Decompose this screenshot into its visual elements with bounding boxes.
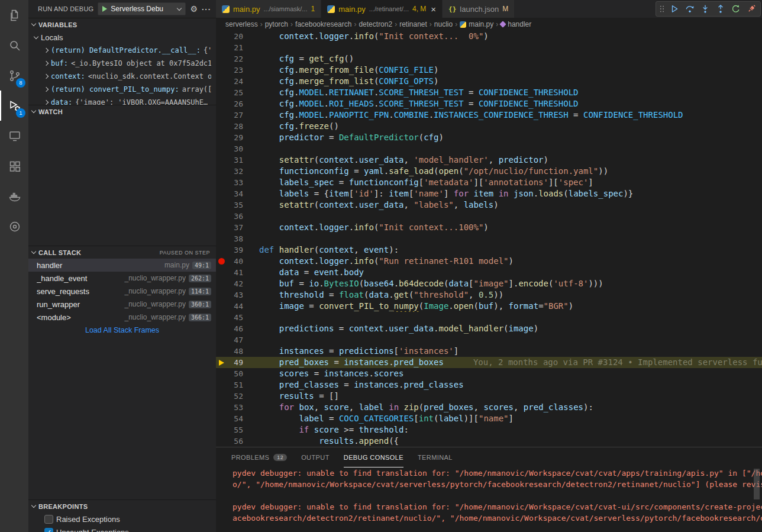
breadcrumb-item[interactable]: handler bbox=[501, 20, 531, 28]
gutter-glyph-margin[interactable] bbox=[216, 391, 228, 402]
code-line[interactable]: 48 instances = predictions['instances'] bbox=[216, 346, 762, 357]
breakpoint-row[interactable]: Raised Exceptions bbox=[28, 512, 216, 525]
breadcrumb-item[interactable]: retinanet bbox=[399, 20, 427, 28]
explorer-icon[interactable] bbox=[0, 0, 28, 30]
gutter-glyph-margin[interactable] bbox=[216, 42, 228, 53]
code-line[interactable]: 39def handler(context, event): bbox=[216, 244, 762, 256]
panel-tab-terminal[interactable]: TERMINAL bbox=[418, 447, 453, 467]
code-line[interactable]: 44 image = convert_PIL_to_numpy(Image.op… bbox=[216, 301, 762, 312]
gear-icon[interactable]: ⚙ bbox=[190, 4, 198, 14]
checkbox[interactable] bbox=[44, 515, 53, 524]
code-line[interactable]: 25 cfg.MODEL.RETINANET.SCORE_THRESH_TEST… bbox=[216, 87, 762, 98]
variable-row[interactable]: buf:<_io.BytesIO object at 0x7f5a2dc1ecc… bbox=[28, 57, 216, 70]
breadcrumb-item[interactable]: main.py bbox=[460, 20, 493, 28]
variable-row[interactable]: (return) convert_PIL_to_numpy:array([[[ … bbox=[28, 83, 216, 96]
code-line[interactable]: 32 functionconfig = yaml.safe_load(open(… bbox=[216, 166, 762, 177]
code-line[interactable]: 35 setattr(context.user_data, "labels", … bbox=[216, 199, 762, 211]
gutter-glyph-margin[interactable] bbox=[216, 402, 228, 413]
breakpoints-section-header[interactable]: BREAKPOINTS bbox=[28, 499, 216, 512]
code-line[interactable]: 31 setattr(context.user_data, 'model_han… bbox=[216, 154, 762, 166]
breakpoint-icon[interactable] bbox=[218, 258, 225, 265]
gutter-glyph-margin[interactable] bbox=[216, 424, 228, 436]
stack-frame[interactable]: serve_requests_nuclio_wrapper.py114:1 bbox=[28, 285, 216, 298]
gutter-glyph-margin[interactable] bbox=[216, 357, 228, 368]
search-icon[interactable] bbox=[0, 30, 28, 60]
step-out-icon[interactable] bbox=[713, 2, 728, 15]
panel-tab-problems[interactable]: PROBLEMS12 bbox=[231, 447, 287, 467]
code-line[interactable]: 38 bbox=[216, 233, 762, 244]
gutter-glyph-margin[interactable] bbox=[216, 87, 228, 98]
gutter-glyph-margin[interactable] bbox=[216, 53, 228, 65]
gutter-glyph-margin[interactable] bbox=[216, 222, 228, 233]
code-line[interactable]: 40 context.logger.info("Run retinanet-R1… bbox=[216, 256, 762, 267]
gutter-glyph-margin[interactable] bbox=[216, 312, 228, 323]
gutter-glyph-margin[interactable] bbox=[216, 154, 228, 166]
stack-frame[interactable]: run_wrapper_nuclio_wrapper.py360:1 bbox=[28, 298, 216, 311]
code-line[interactable]: 29 predictor = DefaultPredictor(cfg) bbox=[216, 132, 762, 143]
gutter-glyph-margin[interactable] bbox=[216, 65, 228, 76]
gutter-glyph-margin[interactable] bbox=[216, 177, 228, 188]
gutter-glyph-margin[interactable] bbox=[216, 31, 228, 42]
docker-icon[interactable] bbox=[0, 181, 28, 211]
code-line[interactable]: 51 pred_classes = instances.pred_classes bbox=[216, 379, 762, 391]
breakpoint-row[interactable]: ✓Uncaught Exceptions bbox=[28, 525, 216, 532]
code-line[interactable]: 49 pred_boxes = instances.pred_boxesYou,… bbox=[216, 357, 762, 368]
code-line[interactable]: 30 bbox=[216, 143, 762, 154]
gutter-glyph-margin[interactable] bbox=[216, 267, 228, 278]
remote-explorer-icon[interactable] bbox=[0, 121, 28, 151]
gutter-glyph-margin[interactable] bbox=[216, 166, 228, 177]
step-over-icon[interactable] bbox=[683, 2, 697, 15]
panel-tab-debug-console[interactable]: DEBUG CONSOLE bbox=[344, 447, 403, 467]
code-line[interactable]: 56 results.append({ bbox=[216, 436, 762, 447]
code-line[interactable]: 43 threshold = float(data.get("threshold… bbox=[216, 289, 762, 301]
extensions-icon[interactable] bbox=[0, 151, 28, 181]
code-line[interactable]: 36 bbox=[216, 211, 762, 222]
gutter-glyph-margin[interactable] bbox=[216, 334, 228, 346]
gutter-glyph-margin[interactable] bbox=[216, 199, 228, 211]
stack-frame[interactable]: <module>_nuclio_wrapper.py366:1 bbox=[28, 311, 216, 324]
gutter-glyph-margin[interactable] bbox=[216, 143, 228, 154]
gutter-glyph-margin[interactable] bbox=[216, 368, 228, 379]
code-line[interactable]: 42 buf = io.BytesIO(base64.b64decode(dat… bbox=[216, 278, 762, 289]
breadcrumb-item[interactable]: detectron2 bbox=[359, 20, 392, 28]
editor-tab[interactable]: main.py.../retinanet/...4, M× bbox=[321, 0, 443, 18]
step-into-icon[interactable] bbox=[698, 2, 712, 15]
disconnect-icon[interactable] bbox=[744, 2, 758, 15]
code-line[interactable]: 28 cfg.freeze() bbox=[216, 121, 762, 132]
continue-icon[interactable] bbox=[667, 2, 682, 15]
variables-section-header[interactable]: VARIABLES bbox=[28, 18, 216, 31]
stack-frame[interactable]: handlermain.py49:1 bbox=[28, 259, 216, 272]
gutter-glyph-margin[interactable] bbox=[216, 233, 228, 244]
gutter-glyph-margin[interactable] bbox=[216, 323, 228, 334]
gutter-glyph-margin[interactable] bbox=[216, 76, 228, 87]
gutter-glyph-margin[interactable] bbox=[216, 379, 228, 391]
editor-tab[interactable]: main.py.../siammask/...1 bbox=[216, 0, 321, 18]
code-line[interactable]: 41 data = event.body bbox=[216, 267, 762, 278]
variable-row[interactable]: (return) DefaultPredictor.__call__:{'ins… bbox=[28, 44, 216, 57]
code-editor[interactable]: 20 context.logger.info("Init context... … bbox=[216, 31, 762, 447]
panel-tab-output[interactable]: OUTPUT bbox=[301, 447, 330, 467]
code-line[interactable]: 26 cfg.MODEL.ROI_HEADS.SCORE_THRESH_TEST… bbox=[216, 98, 762, 109]
load-all-stack-frames-link[interactable]: Load All Stack Frames bbox=[28, 324, 216, 337]
variable-row[interactable]: context:<nuclio_sdk.context.Context obje… bbox=[28, 70, 216, 83]
gutter-glyph-margin[interactable] bbox=[216, 98, 228, 109]
gutter-glyph-margin[interactable] bbox=[216, 211, 228, 222]
more-actions-icon[interactable]: ··· bbox=[202, 5, 211, 14]
checkbox[interactable]: ✓ bbox=[44, 528, 53, 532]
code-line[interactable]: 27 cfg.MODEL.PANOPTIC_FPN.COMBINE.INSTAN… bbox=[216, 109, 762, 121]
gutter-glyph-margin[interactable] bbox=[216, 244, 228, 256]
breadcrumb-item[interactable]: facebookresearch bbox=[295, 20, 351, 28]
gutter-glyph-margin[interactable] bbox=[216, 301, 228, 312]
code-line[interactable]: 54 label = COCO_CATEGORIES[int(label)]["… bbox=[216, 413, 762, 424]
code-line[interactable]: 20 context.logger.info("Init context... … bbox=[216, 31, 762, 42]
editor-tab[interactable]: {}launch.jsonM bbox=[443, 0, 515, 18]
close-icon[interactable]: × bbox=[431, 4, 436, 14]
gutter-glyph-margin[interactable] bbox=[216, 346, 228, 357]
gutter-glyph-margin[interactable] bbox=[216, 132, 228, 143]
circle-tool-icon[interactable] bbox=[0, 211, 28, 241]
run-and-debug-icon[interactable]: 1 bbox=[0, 91, 28, 121]
gutter-glyph-margin[interactable] bbox=[216, 188, 228, 199]
code-line[interactable]: 23 cfg.merge_from_file(CONFIG_FILE) bbox=[216, 65, 762, 76]
code-line[interactable]: 55 if score >= threshold: bbox=[216, 424, 762, 436]
stack-frame[interactable]: _handle_event_nuclio_wrapper.py262:1 bbox=[28, 272, 216, 285]
